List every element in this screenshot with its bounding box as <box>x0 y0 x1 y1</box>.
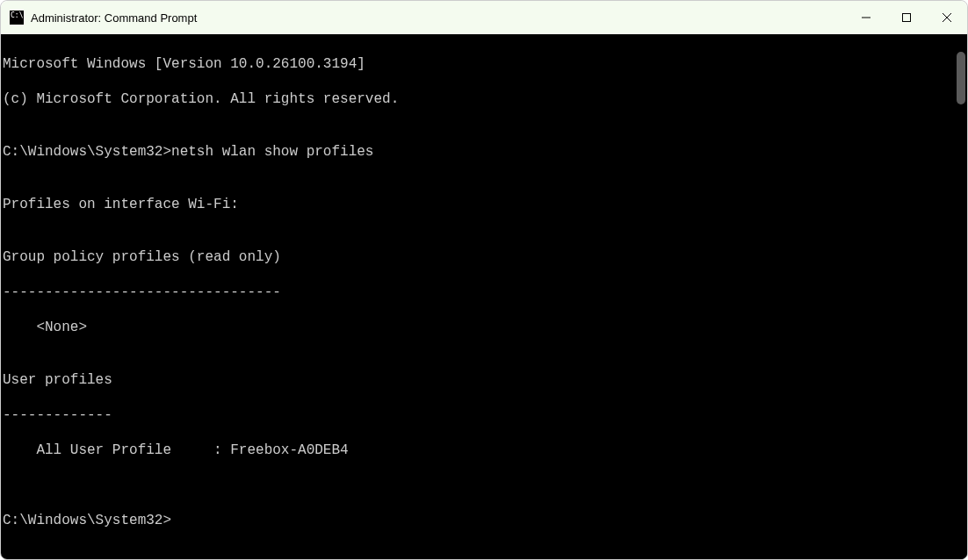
prompt-path: C:\Windows\System32> <box>3 512 955 529</box>
output-line: Microsoft Windows [Version 10.0.26100.31… <box>3 55 955 73</box>
output-line: Group policy profiles (read only) <box>3 248 955 266</box>
window-controls <box>846 1 967 34</box>
prompt-line: C:\Windows\System32>netsh wlan show prof… <box>3 143 955 161</box>
output-line: User profiles <box>3 371 955 389</box>
maximize-icon <box>902 13 911 22</box>
window-title: Administrator: Command Prompt <box>31 11 197 25</box>
prompt-path: C:\Windows\System32> <box>3 143 171 161</box>
maximize-button[interactable] <box>886 1 927 34</box>
cmd-icon <box>10 11 24 25</box>
terminal-area[interactable]: Microsoft Windows [Version 10.0.26100.31… <box>1 34 967 559</box>
output-line: <None> <box>3 319 955 336</box>
minimize-button[interactable] <box>846 1 886 34</box>
minimize-icon <box>862 13 870 22</box>
scrollbar[interactable] <box>955 34 967 559</box>
output-line: All User Profile : Freebox-A0DEB4 <box>3 442 955 459</box>
output-line: Profiles on interface Wi-Fi: <box>3 196 955 213</box>
output-line: ------------- <box>3 406 955 424</box>
close-button[interactable] <box>927 1 967 34</box>
command-text: netsh wlan show profiles <box>171 143 373 161</box>
scrollbar-thumb[interactable] <box>957 52 965 104</box>
svg-rect-1 <box>903 14 911 22</box>
terminal-output: Microsoft Windows [Version 10.0.26100.31… <box>1 34 955 559</box>
output-line: (c) Microsoft Corporation. All rights re… <box>3 90 955 108</box>
window-titlebar: Administrator: Command Prompt <box>1 1 967 34</box>
output-line: --------------------------------- <box>3 284 955 301</box>
close-icon <box>943 13 951 22</box>
